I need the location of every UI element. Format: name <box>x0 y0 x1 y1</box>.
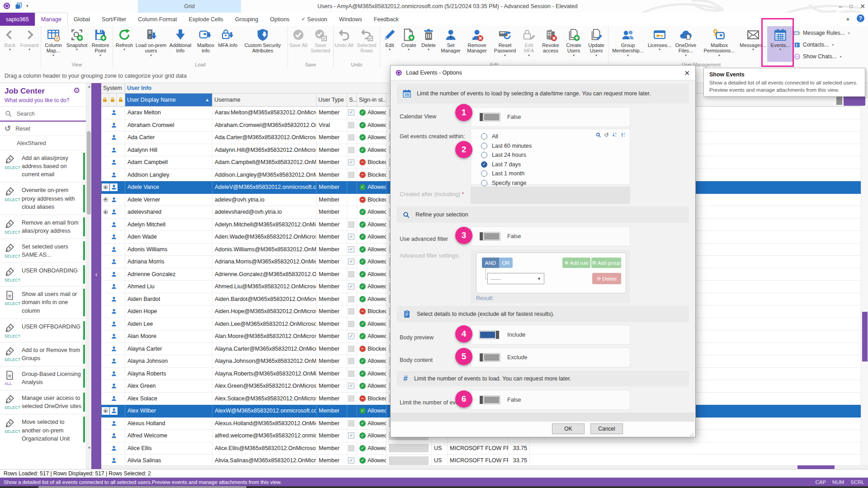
radio-last-1-month[interactable]: Last 1 month <box>481 170 524 177</box>
save-selected-button[interactable]: Save Selected <box>308 26 333 62</box>
snapshot-button[interactable]: Snapshot▾ <box>65 26 89 62</box>
search-icon[interactable] <box>595 132 601 138</box>
context-tab-grid[interactable]: Grid <box>138 0 241 13</box>
row-checkbox[interactable] <box>348 134 354 141</box>
tab-feedback[interactable]: Feedback <box>368 13 405 26</box>
cancel-button[interactable]: Cancel <box>590 423 623 434</box>
row-checkbox[interactable] <box>348 346 354 352</box>
tab-column-format[interactable]: Column Format <box>132 13 183 26</box>
row-checkbox[interactable]: ✓ <box>348 432 354 439</box>
row-checkbox[interactable]: ✓ <box>348 457 354 464</box>
sidebar-collapse-strip[interactable]: ‹ <box>91 83 101 469</box>
body-content-toggle[interactable] <box>480 353 500 361</box>
tab-windows[interactable]: Windows <box>333 13 368 26</box>
job-item[interactable]: SELECTRemove an email from alias/proxy a… <box>0 215 86 239</box>
set-manager-button[interactable]: Set Manager <box>439 26 463 62</box>
help-icon[interactable]: ? <box>857 14 864 22</box>
add-rule-button[interactable]: ⊕Add rule <box>562 258 590 268</box>
maximize-button[interactable]: □ <box>849 3 853 9</box>
sort-ascending-icon[interactable]: az <box>620 132 626 138</box>
load-on-prem-users-button[interactable]: Load on-prem users▾ <box>135 26 167 62</box>
column-map--button[interactable]: Column Map...▾ <box>42 26 65 62</box>
scroll-down-icon[interactable]: ▼ <box>87 446 91 450</box>
job-item[interactable]: ALLGroup-Based Licensing Analysis <box>0 366 86 390</box>
custom-security-attributes-button[interactable]: Custom Security Attributes <box>238 26 287 62</box>
tab-explode-cells[interactable]: Explode Cells <box>183 13 229 26</box>
job-reset-button[interactable]: ↺ Reset <box>0 122 86 136</box>
or-button[interactable]: OR <box>499 258 513 268</box>
save-all-button[interactable]: Save All <box>288 26 308 62</box>
additional-info-button[interactable]: Additional Info <box>167 26 194 62</box>
advanced-filter-toggle[interactable] <box>480 232 500 240</box>
job-search-input[interactable]: Search <box>0 107 86 122</box>
job-item[interactable]: SELECTUSER ONBOARDING <box>0 263 86 286</box>
row-checkbox[interactable]: ✓ <box>348 159 354 165</box>
row-checkbox[interactable] <box>348 296 354 302</box>
tab-grouping[interactable]: Grouping <box>229 13 264 26</box>
and-button[interactable]: AND <box>482 258 499 268</box>
tab-manage[interactable]: Manage <box>35 13 68 26</box>
window-stack-icon[interactable] <box>14 2 23 10</box>
update-users-button[interactable]: Update Users▾ <box>585 26 608 62</box>
onedrive-files--button[interactable]: OneDrive Files...▾ <box>672 26 699 62</box>
radio-specify-range[interactable]: Specify range <box>481 179 526 187</box>
row-checkbox[interactable] <box>348 271 354 277</box>
restore-point-button[interactable]: Restore Point▾ <box>89 26 112 62</box>
column-header-display-name[interactable]: User Display Name▲ <box>125 94 212 106</box>
mfa-info-button[interactable]: MFA info <box>217 26 238 62</box>
licenses--button[interactable]: Licenses...▾ <box>647 26 672 62</box>
job-item[interactable]: SELECTMove selected to another on-prem O… <box>0 414 86 442</box>
quick-access-caret-icon[interactable]: ▾ <box>26 4 28 8</box>
row-checkbox[interactable] <box>348 172 354 178</box>
row-checkbox[interactable]: ✓ <box>348 383 354 389</box>
group-membership--button[interactable]: Group Membership...▾ <box>609 26 647 62</box>
limit-events-toggle[interactable] <box>480 396 500 404</box>
create-button[interactable]: Create▾ <box>399 26 419 62</box>
row-checkbox[interactable]: ✓ <box>348 283 354 290</box>
sidebar-scroll-thumb[interactable] <box>87 131 91 215</box>
row-checkbox[interactable]: ✓ <box>348 234 354 240</box>
resize-grip[interactable] <box>690 432 694 436</box>
radio-last-24-hours[interactable]: Last 24 hours <box>481 151 526 159</box>
lock-column-header[interactable] <box>117 94 125 106</box>
close-button[interactable]: ✕ <box>860 3 865 10</box>
row-checkbox[interactable] <box>348 371 354 377</box>
scroll-up-icon[interactable]: ▲ <box>87 84 91 89</box>
row-checkbox[interactable]: ✓ <box>348 109 354 116</box>
row-checkbox[interactable] <box>348 221 354 228</box>
selected-rows-button[interactable]: Selected Rows <box>354 26 379 62</box>
collapse-ribbon-icon[interactable]: ▲ <box>845 16 850 21</box>
row-checkbox[interactable] <box>348 445 354 451</box>
reset-password-button[interactable]: ***Reset Password▾ <box>491 26 519 62</box>
job-item[interactable]: SELECTUSER OFFBOARDING <box>0 319 86 343</box>
edit-mfa-button[interactable]: Edit MFA▾ <box>519 26 539 62</box>
job-item[interactable]: SELECTShow all users mail or domain info… <box>0 286 86 319</box>
job-item[interactable]: SELECTManage user access to selected One… <box>0 390 86 414</box>
undo-all-button[interactable]: Undo All <box>334 26 354 62</box>
tab-sapio365[interactable]: sapio365 <box>0 13 35 26</box>
revoke-access-button[interactable]: Revoke access <box>539 26 562 62</box>
row-checkbox[interactable] <box>348 358 354 364</box>
ok-button[interactable]: OK <box>552 423 585 434</box>
radio-all[interactable]: All <box>481 133 498 140</box>
calendar-view-toggle[interactable] <box>480 113 500 121</box>
tab-global[interactable]: Global <box>68 13 96 26</box>
minimize-button[interactable]: – <box>839 3 842 10</box>
job-item[interactable]: SELECTAdd an alias/proxy address based o… <box>0 150 86 183</box>
row-checkbox[interactable]: ✓ <box>348 258 354 265</box>
forward-button[interactable]: Forward▾ <box>19 26 40 62</box>
tab-sort-filter[interactable]: Sort/Filter <box>96 13 132 26</box>
gear-icon[interactable]: ⚙ <box>73 87 81 95</box>
radio-last-7-days[interactable]: ✓Last 7 days <box>481 161 521 168</box>
row-checkbox[interactable] <box>348 308 354 314</box>
row-checkbox[interactable] <box>348 321 354 327</box>
tab-session[interactable]: ✓Session <box>295 13 333 26</box>
horizontal-scroll-thumb[interactable] <box>797 465 835 469</box>
job-item[interactable]: SELECTAdd to or Remove from Groups <box>0 343 86 366</box>
delete-button[interactable]: Delete▾ <box>419 26 439 62</box>
job-item[interactable]: SELECTSet selected users SAME AS... <box>0 239 86 263</box>
sort-descending-icon[interactable]: az <box>612 132 618 138</box>
edit-button[interactable]: Edit▾ <box>381 26 399 62</box>
bottom-scroll-thumb[interactable] <box>38 486 246 488</box>
grid-vertical-scrollbar[interactable] <box>861 83 868 465</box>
